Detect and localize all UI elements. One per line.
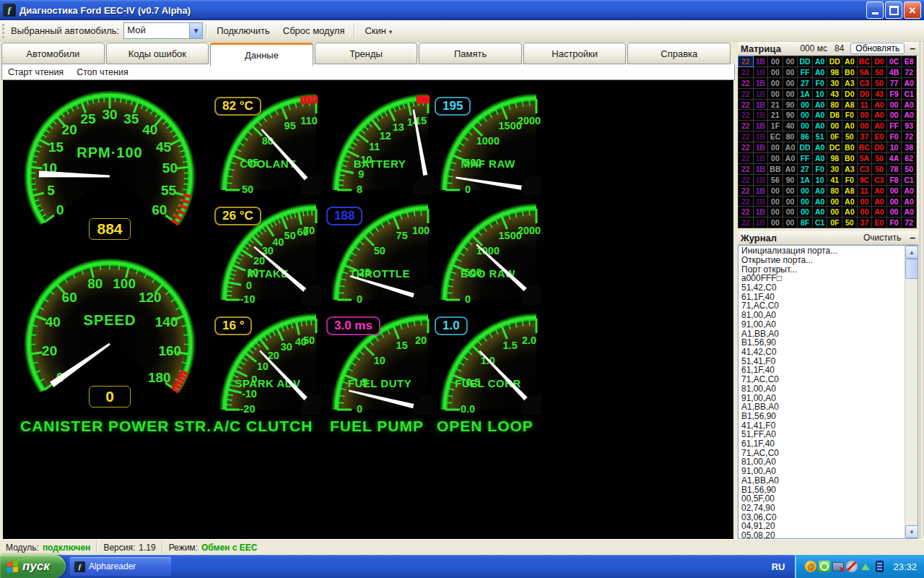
matrix-cell[interactable]: 00 (857, 207, 872, 217)
matrix-cell[interactable]: 4A (886, 153, 902, 164)
matrix-cell[interactable]: 22 (738, 99, 754, 110)
matrix-cell[interactable]: 1B (753, 88, 768, 99)
car-combobox[interactable]: Мой ▼ (123, 22, 203, 39)
matrix-cell[interactable]: A0 (902, 77, 917, 88)
matrix-cell[interactable]: 22 (738, 174, 754, 185)
matrix-cell[interactable]: E0 (872, 217, 887, 228)
matrix-cell[interactable]: C3 (857, 77, 872, 88)
matrix-cell[interactable]: 1B (753, 131, 768, 142)
toolbar-grip[interactable] (2, 24, 6, 38)
matrix-cell[interactable]: 00 (886, 99, 902, 110)
matrix-cell[interactable]: 1B (753, 153, 768, 164)
matrix-cell[interactable]: 72 (902, 131, 917, 142)
matrix-cell[interactable]: 00 (768, 77, 783, 88)
matrix-cell[interactable]: 1B (753, 121, 768, 131)
combo-dropdown-icon[interactable]: ▼ (189, 23, 202, 38)
matrix-cell[interactable]: F0 (842, 110, 858, 121)
matrix-cell[interactable]: C3 (872, 174, 887, 185)
matrix-cell[interactable]: B0 (842, 153, 858, 164)
matrix-cell[interactable]: 1B (753, 77, 768, 88)
matrix-cell[interactable]: DC (827, 142, 842, 153)
matrix-cell[interactable]: 50 (842, 217, 858, 228)
matrix-cell[interactable]: 51 (812, 131, 827, 142)
matrix-cell[interactable]: 56 (768, 174, 783, 185)
matrix-cell[interactable]: 50 (842, 131, 858, 142)
matrix-cell[interactable]: 10 (812, 174, 827, 185)
matrix-cell[interactable]: 10 (812, 88, 827, 99)
tab-error-codes[interactable]: Коды ошибок (106, 43, 209, 64)
start-button[interactable]: пуск (0, 555, 66, 578)
network-error-tray-icon[interactable]: ✕ (832, 562, 844, 571)
matrix-cell[interactable]: A0 (872, 196, 887, 207)
matrix-cell[interactable]: FF (798, 153, 813, 164)
matrix-cell[interactable]: 21 (768, 110, 783, 121)
tab-help[interactable]: Справка (627, 43, 731, 64)
matrix-cell[interactable]: 0F (827, 217, 842, 228)
matrix-cell[interactable]: F8 (886, 174, 902, 185)
matrix-cell[interactable]: 50 (872, 66, 887, 77)
matrix-cell[interactable]: 37 (857, 131, 872, 142)
matrix-cell[interactable]: 22 (738, 56, 754, 67)
matrix-cell[interactable]: 38 (902, 142, 917, 153)
matrix-cell[interactable]: 5A (857, 66, 872, 77)
matrix-cell[interactable]: 00 (768, 56, 783, 67)
matrix-cell[interactable]: 86 (798, 131, 813, 142)
matrix-cell[interactable]: 00 (798, 99, 813, 110)
matrix-cell[interactable]: D0 (872, 142, 887, 153)
matrix-cell[interactable]: A0 (842, 196, 858, 207)
matrix-cell[interactable]: BC (857, 142, 872, 153)
scroll-up-button[interactable]: ▲ (905, 246, 918, 259)
log-minimize-button[interactable]: – (907, 232, 918, 243)
matrix-cell[interactable]: DD (827, 56, 842, 67)
matrix-cell[interactable]: A0 (812, 185, 827, 196)
matrix-cell[interactable]: 00 (768, 207, 783, 217)
matrix-cell[interactable]: 00 (783, 185, 798, 196)
matrix-cell[interactable]: A0 (812, 56, 827, 67)
matrix-cell[interactable]: A0 (872, 185, 887, 196)
matrix-cell[interactable]: A0 (812, 196, 827, 207)
matrix-cell[interactable]: 50 (872, 77, 887, 88)
matrix-cell[interactable]: 00 (768, 153, 783, 164)
matrix-cell[interactable]: 00 (783, 196, 798, 207)
matrix-cell[interactable]: C3 (857, 163, 872, 174)
matrix-cell[interactable]: 37 (857, 217, 872, 228)
matrix-cell[interactable]: 22 (738, 153, 754, 164)
matrix-cell[interactable]: 22 (738, 185, 754, 196)
stop-read-button[interactable]: Стоп чтения (71, 66, 136, 79)
matrix-cell[interactable]: A0 (812, 99, 827, 110)
matrix-cell[interactable]: A3 (842, 77, 858, 88)
matrix-cell[interactable]: 00 (783, 207, 798, 217)
matrix-cell[interactable]: A0 (902, 185, 917, 196)
matrix-cell[interactable]: 98 (827, 153, 842, 164)
matrix-cell[interactable]: 22 (738, 121, 754, 131)
matrix-cell[interactable]: EC (768, 131, 783, 142)
matrix-cell[interactable]: 1A (798, 88, 813, 99)
matrix-cell[interactable]: F0 (842, 174, 858, 185)
matrix-cell[interactable]: 1B (753, 66, 768, 77)
matrix-cell[interactable]: 00 (827, 196, 842, 207)
matrix-cell[interactable]: 21 (768, 99, 783, 110)
tab-cars[interactable]: Автомобили (1, 43, 105, 64)
taskbar-task-alphareader[interactable]: ƒ Alphareader (70, 557, 171, 576)
reset-module-button[interactable]: Сброс модуля (276, 22, 352, 39)
safely-remove-tray-icon[interactable] (861, 564, 870, 570)
matrix-cell[interactable]: 00 (768, 185, 783, 196)
matrix-cell[interactable]: 30 (827, 163, 842, 174)
matrix-cell[interactable]: 1A (798, 174, 813, 185)
matrix-cell[interactable]: 1B (753, 207, 768, 217)
matrix-cell[interactable]: 00 (886, 185, 902, 196)
matrix-cell[interactable]: A0 (872, 121, 887, 131)
matrix-cell[interactable]: 5A (857, 153, 872, 164)
matrix-cell[interactable]: F0 (886, 217, 902, 228)
matrix-cell[interactable]: A0 (902, 110, 917, 121)
matrix-cell[interactable]: F9 (886, 88, 902, 99)
matrix-cell[interactable]: FF (886, 121, 902, 131)
matrix-cell[interactable]: 00 (798, 196, 813, 207)
matrix-cell[interactable]: 00 (768, 217, 783, 228)
matrix-cell[interactable]: BC (857, 56, 872, 67)
matrix-cell[interactable]: 00 (857, 196, 872, 207)
matrix-cell[interactable]: F0 (812, 163, 827, 174)
matrix-cell[interactable]: 22 (738, 142, 754, 153)
matrix-cell[interactable]: 41 (827, 174, 842, 185)
clear-log-button[interactable]: Очистить (863, 233, 901, 243)
